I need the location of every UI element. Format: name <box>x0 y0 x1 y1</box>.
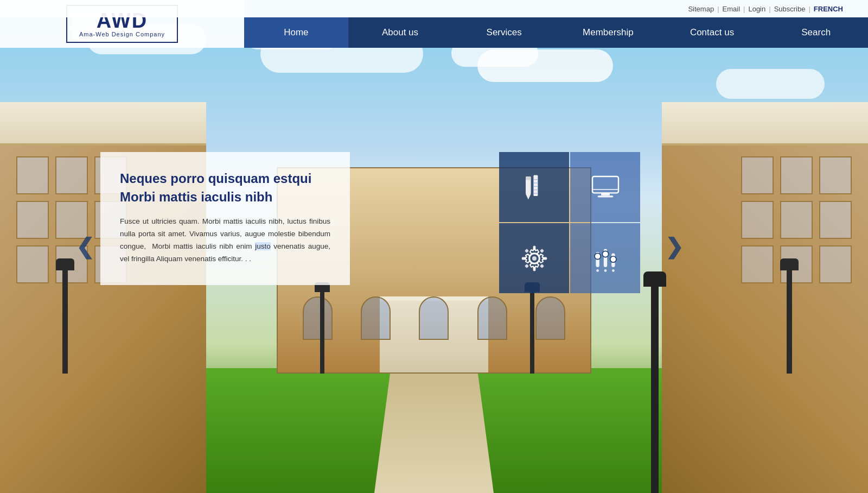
svg-rect-11 <box>601 193 610 195</box>
svg-rect-19 <box>542 257 547 260</box>
nav-services[interactable]: Services <box>452 17 556 48</box>
sep4: | <box>808 5 810 13</box>
email-link[interactable]: Email <box>723 5 741 13</box>
pole-right <box>787 270 792 374</box>
pole-large-right <box>651 287 659 493</box>
svg-rect-16 <box>533 245 535 250</box>
icon-cell-monitor[interactable] <box>570 152 640 222</box>
svg-rect-22 <box>525 264 529 268</box>
slide-title: Neques porro quisquam estqui Morbi matti… <box>120 169 330 206</box>
logo-subtitle: Ama-Web Design Company <box>79 31 165 37</box>
svg-rect-2 <box>526 176 531 180</box>
pole-left <box>62 270 68 374</box>
arch-windows <box>278 296 590 340</box>
sep1: | <box>717 5 719 13</box>
nav-search[interactable]: Search <box>764 17 868 48</box>
icon-cell-settings[interactable] <box>499 223 569 293</box>
pole-center-left <box>320 292 324 374</box>
nav-membership[interactable]: Membership <box>556 17 660 48</box>
monitor-icon <box>588 170 623 205</box>
svg-point-30 <box>596 269 599 272</box>
nav-bar: Home About us Services Membership Contac… <box>244 17 868 48</box>
top-utility-bar: Sitemap | Email | Login | Subscribe | FR… <box>0 0 868 17</box>
pole-center-right <box>530 292 534 374</box>
subscribe-link[interactable]: Subscribe <box>774 5 806 13</box>
highlight-text: justo <box>255 242 271 250</box>
svg-rect-9 <box>592 176 618 193</box>
sep3: | <box>769 5 770 13</box>
svg-marker-1 <box>526 194 531 199</box>
login-link[interactable]: Login <box>748 5 765 13</box>
slide-body: Fusce ut ultricies quam. Morbi mattis ia… <box>120 216 330 266</box>
svg-point-15 <box>532 256 537 261</box>
carousel-arrow-right[interactable]: ❯ <box>665 234 684 259</box>
sep2: | <box>743 5 745 13</box>
svg-point-31 <box>604 269 607 272</box>
svg-rect-20 <box>525 249 529 253</box>
slide-title-line2: Morbi mattis iaculis nibh <box>120 189 272 204</box>
svg-rect-23 <box>540 264 544 268</box>
pencil-ruler-icon <box>517 170 552 205</box>
nav-contact[interactable]: Contact us <box>660 17 764 48</box>
svg-rect-17 <box>533 267 535 271</box>
carousel-arrow-left[interactable]: ❮ <box>76 234 94 259</box>
svg-rect-18 <box>521 257 526 260</box>
right-building <box>662 102 868 493</box>
svg-point-28 <box>602 251 608 257</box>
nav-about[interactable]: About us <box>348 17 452 48</box>
svg-rect-21 <box>540 249 544 253</box>
svg-rect-3 <box>533 175 538 195</box>
svg-point-32 <box>612 269 615 272</box>
french-link[interactable]: FRENCH <box>814 5 843 13</box>
slide-title-line1: Neques porro quisquam estqui <box>120 171 311 186</box>
pathway <box>374 357 494 493</box>
gear-icon <box>517 241 552 276</box>
nav-home[interactable]: Home <box>244 17 348 48</box>
icon-grid <box>499 152 640 293</box>
svg-rect-12 <box>597 195 613 197</box>
icon-cell-sliders[interactable] <box>570 223 640 293</box>
building-cornice <box>0 102 206 146</box>
sliders-icon <box>588 241 623 276</box>
icon-cell-design[interactable] <box>499 152 569 222</box>
cloud-7 <box>716 69 825 99</box>
right-cornice <box>662 102 868 146</box>
sitemap-link[interactable]: Sitemap <box>688 5 714 13</box>
svg-point-29 <box>610 256 616 262</box>
svg-point-27 <box>595 253 601 259</box>
slide-panel: Neques porro quisquam estqui Morbi matti… <box>100 152 350 285</box>
